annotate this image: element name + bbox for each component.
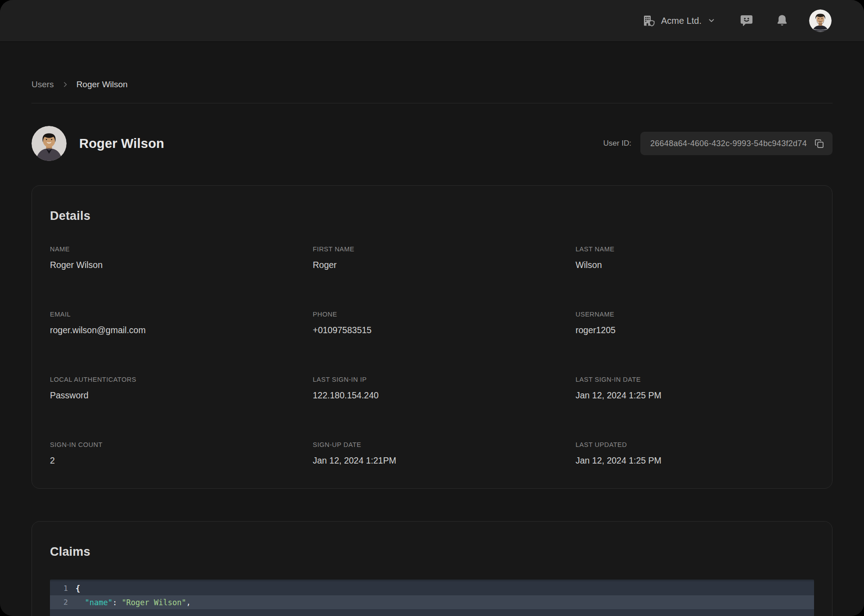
copy-button[interactable] — [814, 138, 824, 149]
field-value: Password — [50, 390, 313, 401]
field-label: LOCAL AUTHENTICATORS — [50, 376, 313, 384]
chevron-right-icon — [62, 81, 69, 88]
field-username: USERNAME roger1205 — [576, 311, 814, 335]
org-switcher[interactable]: Acme Ltd. — [642, 14, 716, 27]
field-label: PHONE — [313, 311, 576, 318]
field-sign-up-date: SIGN-UP DATE Jan 12, 2024 1:21PM — [313, 441, 576, 466]
code-token-brace: { — [76, 584, 80, 593]
field-value: +01097583515 — [313, 325, 576, 335]
main-content: Users Roger Wilson — [0, 80, 864, 616]
details-card: Details NAME Roger Wilson FIRST NAME Rog… — [32, 185, 832, 489]
details-fields-grid: NAME Roger Wilson FIRST NAME Roger LAST … — [50, 246, 814, 466]
breadcrumb-item-users[interactable]: Users — [32, 80, 54, 89]
code-token-comma: , — [186, 598, 191, 607]
user-header: Roger Wilson User ID: 26648a64-4606-432c… — [32, 126, 832, 161]
user-id-group: User ID: 26648a64-4606-432c-9993-54bc943… — [603, 132, 832, 155]
bell-icon — [775, 13, 789, 28]
field-label: LAST NAME — [576, 246, 814, 253]
details-title: Details — [50, 209, 814, 223]
field-value: Jan 12, 2024 1:25 PM — [576, 455, 814, 466]
field-value: Roger — [313, 260, 576, 270]
code-line-2: 2 "name": "Roger Wilson", — [50, 595, 814, 609]
field-phone: PHONE +01097583515 — [313, 311, 576, 335]
field-name: NAME Roger Wilson — [50, 246, 313, 270]
field-label: FIRST NAME — [313, 246, 576, 253]
app-window: Acme Ltd. — [0, 0, 864, 616]
code-line-1: 1 { — [50, 581, 814, 595]
code-token-colon: : — [112, 598, 122, 607]
field-local-authenticators: LOCAL AUTHENTICATORS Password — [50, 376, 313, 401]
org-name: Acme Ltd. — [661, 16, 702, 26]
field-last-sign-in-date: LAST SIGN-IN DATE Jan 12, 2024 1:25 PM — [576, 376, 814, 401]
page-title: Roger Wilson — [79, 136, 164, 151]
field-last-name: LAST NAME Wilson — [576, 246, 814, 270]
organization-icon — [642, 14, 655, 27]
field-last-updated: LAST UPDATED Jan 12, 2024 1:25 PM — [576, 441, 814, 466]
user-avatar — [32, 126, 67, 161]
user-id-value: 26648a64-4606-432c-9993-54bc943f2d74 — [650, 139, 807, 148]
field-last-sign-in-ip: LAST SIGN-IN IP 122.180.154.240 — [313, 376, 576, 401]
field-value: Jan 12, 2024 1:25 PM — [576, 390, 814, 401]
line-number: 2 — [56, 598, 68, 607]
chevron-down-icon — [707, 17, 716, 25]
field-label: LAST SIGN-IN IP — [313, 376, 576, 384]
notifications-button[interactable] — [775, 13, 789, 28]
field-label: EMAIL — [50, 311, 313, 318]
breadcrumb: Users Roger Wilson — [32, 80, 832, 89]
field-value: 2 — [50, 455, 313, 466]
field-label: USERNAME — [576, 311, 814, 318]
field-label: LAST UPDATED — [576, 441, 814, 449]
field-value: Jan 12, 2024 1:21PM — [313, 455, 576, 466]
field-value: Wilson — [576, 260, 814, 270]
user-menu-avatar-image — [809, 9, 832, 32]
breadcrumb-divider — [32, 103, 832, 103]
field-first-name: FIRST NAME Roger — [313, 246, 576, 270]
claims-code-editor[interactable]: 1 { 2 "name": "Roger Wilson", — [50, 580, 814, 616]
feedback-button[interactable] — [739, 13, 754, 28]
field-sign-in-count: SIGN-IN COUNT 2 — [50, 441, 313, 466]
field-label: NAME — [50, 246, 313, 253]
user-id-pill: 26648a64-4606-432c-9993-54bc943f2d74 — [640, 132, 832, 155]
copy-icon — [814, 138, 824, 149]
field-label: SIGN-UP DATE — [313, 441, 576, 449]
breadcrumb-current: Roger Wilson — [76, 80, 128, 89]
claims-title: Claims — [50, 545, 814, 559]
field-label: SIGN-IN COUNT — [50, 441, 313, 449]
field-value: 122.180.154.240 — [313, 390, 576, 401]
topbar: Acme Ltd. — [0, 0, 864, 42]
field-label: LAST SIGN-IN DATE — [576, 376, 814, 384]
field-value: roger.wilson@gmail.com — [50, 325, 313, 335]
feedback-chat-icon — [739, 13, 754, 28]
field-email: EMAIL roger.wilson@gmail.com — [50, 311, 313, 335]
line-number: 1 — [56, 584, 68, 593]
user-menu-avatar[interactable] — [809, 9, 832, 32]
user-id-label: User ID: — [603, 139, 631, 148]
code-token-string: "Roger Wilson" — [122, 598, 186, 607]
field-value: Roger Wilson — [50, 260, 313, 270]
claims-card: Claims 1 { 2 "name": "Roger Wilson", — [32, 521, 832, 616]
field-value: roger1205 — [576, 325, 814, 335]
code-line-3 — [50, 609, 814, 616]
code-token-key: "name" — [76, 598, 112, 607]
